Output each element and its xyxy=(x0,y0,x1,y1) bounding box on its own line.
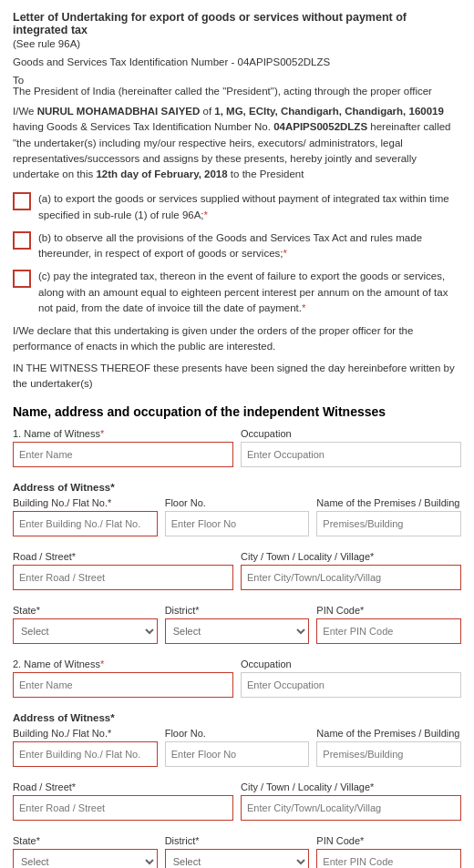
checkbox-a-text: (a) to export the goods or services supp… xyxy=(38,191,461,223)
witness1-city-label: City / Town / Locality / Village* xyxy=(241,551,461,562)
witness2-floor-group: Floor No. xyxy=(165,728,310,767)
witness1-district-select[interactable]: Select xyxy=(165,618,310,644)
witness1-floor-group: Floor No. xyxy=(165,497,310,536)
doc-subtitle: (See rule 96A) xyxy=(13,38,461,49)
witness2-road-input[interactable] xyxy=(13,795,233,821)
checkbox-a-row: (a) to export the goods or services supp… xyxy=(13,191,461,223)
declare-para: I/We declare that this undertaking is gi… xyxy=(13,323,461,355)
checkbox-b[interactable] xyxy=(13,231,31,250)
checkbox-a[interactable] xyxy=(13,192,31,210)
witness2-district-label: District* xyxy=(165,835,310,846)
witness2-pin-input[interactable] xyxy=(316,849,461,868)
witness2-name-label: 2. Name of Witness* xyxy=(13,659,233,669)
witness2-address-label: Address of Witness* xyxy=(13,712,461,723)
to-section: To The President of India (hereinafter c… xyxy=(13,75,461,97)
witness2-road-group: Road / Street* xyxy=(13,781,233,821)
witness1-address-label: Address of Witness* xyxy=(13,482,461,493)
witness2-building-label: Building No./ Flat No.* xyxy=(13,728,158,739)
section-heading: Name, address and occupation of the inde… xyxy=(13,404,461,419)
witness1-building-label: Building No./ Flat No.* xyxy=(13,497,158,508)
witness1-state-group: State* Select xyxy=(13,605,158,644)
undertaking-para: I/We NURUL MOHAMADBHAI SAIYED of 1, MG, … xyxy=(13,104,461,182)
witness2-state-label: State* xyxy=(13,835,158,846)
witness1-road-input[interactable] xyxy=(13,565,233,590)
witness1-city-input[interactable] xyxy=(241,565,461,590)
witness1-occupation-input[interactable] xyxy=(241,442,461,467)
checkbox-c-row: (c) pay the integrated tax, thereon in t… xyxy=(13,269,461,316)
witness1-road-label: Road / Street* xyxy=(13,551,233,562)
witness1-premises-group: Name of the Premises / Building xyxy=(316,497,461,536)
witness2-pin-group: PIN Code* xyxy=(316,835,461,868)
witness1-building-group: Building No./ Flat No.* xyxy=(13,497,158,536)
doc-title: Letter of Undertaking for export of good… xyxy=(13,11,461,36)
witness2-district-select[interactable]: Select xyxy=(165,849,310,868)
witness2-floor-input[interactable] xyxy=(165,741,310,767)
witness-para: IN THE WITNESS THEREOF these presents ha… xyxy=(13,361,461,393)
witness2-building-input[interactable] xyxy=(13,741,158,767)
witness1-road-group: Road / Street* xyxy=(13,551,233,590)
witness1-state-label: State* xyxy=(13,605,158,616)
witness2-pin-label: PIN Code* xyxy=(316,835,461,846)
witness1-city-group: City / Town / Locality / Village* xyxy=(241,551,461,590)
witness2-premises-group: Name of the Premises / Building xyxy=(316,728,461,767)
witness1-premises-label: Name of the Premises / Building xyxy=(316,497,461,508)
witness1-name-group: 1. Name of Witness* xyxy=(13,428,233,467)
witness2-road-label: Road / Street* xyxy=(13,781,233,792)
witness2-premises-label: Name of the Premises / Building xyxy=(316,728,461,739)
witness1-name-label: 1. Name of Witness* xyxy=(13,428,233,439)
witness2-name-group: 2. Name of Witness* xyxy=(13,659,233,698)
witness1-occupation-group: Occupation xyxy=(241,428,461,467)
witness1-state-select[interactable]: Select xyxy=(13,618,158,644)
witness1-name-input[interactable] xyxy=(13,442,233,467)
witness2-district-group: District* Select xyxy=(165,835,310,868)
witness2-occupation-label: Occupation xyxy=(241,659,461,669)
witness2-floor-label: Floor No. xyxy=(165,728,310,739)
witness2-state-group: State* Select xyxy=(13,835,158,868)
witness2-name-input[interactable] xyxy=(13,672,233,698)
witness2-premises-input[interactable] xyxy=(316,741,461,767)
checkbox-c[interactable] xyxy=(13,270,31,288)
checkbox-b-row: (b) to observe all the provisions of the… xyxy=(13,230,461,262)
checkbox-b-text: (b) to observe all the provisions of the… xyxy=(38,230,461,262)
witness2-building-group: Building No./ Flat No.* xyxy=(13,728,158,767)
witness2-occupation-group: Occupation xyxy=(241,659,461,698)
witness1-pin-group: PIN Code* xyxy=(316,605,461,644)
checkbox-c-text: (c) pay the integrated tax, thereon in t… xyxy=(38,269,461,316)
witness2-occupation-input[interactable] xyxy=(241,672,461,698)
witness1-occupation-label: Occupation xyxy=(241,428,461,439)
witness1-district-label: District* xyxy=(165,605,310,616)
witness2-city-label: City / Town / Locality / Village* xyxy=(241,781,461,792)
witness1-pin-label: PIN Code* xyxy=(316,605,461,616)
witness2-section: 2. Name of Witness* Occupation Address o… xyxy=(13,659,461,868)
witness2-city-group: City / Town / Locality / Village* xyxy=(241,781,461,821)
witness2-city-input[interactable] xyxy=(241,795,461,821)
gstin-line: Goods and Services Tax Identification Nu… xyxy=(13,56,461,67)
witness1-building-input[interactable] xyxy=(13,511,158,536)
witness1-floor-input[interactable] xyxy=(165,511,310,536)
witness1-district-group: District* Select xyxy=(165,605,310,644)
witness1-pin-input[interactable] xyxy=(316,618,461,644)
witness2-state-select[interactable]: Select xyxy=(13,849,158,868)
witness1-premises-input[interactable] xyxy=(316,511,461,536)
witness1-section: 1. Name of Witness* Occupation Address o… xyxy=(13,428,461,651)
witness1-floor-label: Floor No. xyxy=(165,497,310,508)
